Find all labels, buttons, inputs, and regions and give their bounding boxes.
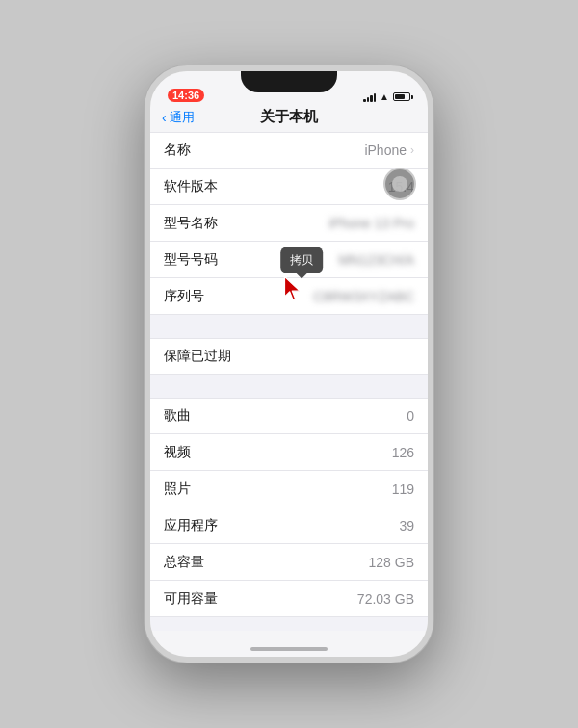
settings-content: 名称 iPhone › 软件版本 15.4 型号名称 iPhone 13 Pro [150, 132, 428, 631]
available-capacity-label: 可用容量 [164, 590, 218, 608]
section-gap-1 [150, 315, 428, 338]
available-capacity-row: 可用容量 72.03 GB [150, 581, 428, 617]
apps-label: 应用程序 [164, 517, 218, 534]
section-gap-3 [150, 617, 428, 631]
media-section: 歌曲 0 视频 126 照片 119 应用程序 39 总容量 128 GB [150, 398, 428, 617]
model-name-row: 型号名称 iPhone 13 Pro [150, 205, 428, 242]
page-title: 关于本机 [260, 108, 318, 126]
cursor-arrow-icon [279, 274, 306, 301]
device-info-section: 名称 iPhone › 软件版本 15.4 型号名称 iPhone 13 Pro [150, 132, 428, 315]
serial-number-label: 序列号 [164, 288, 204, 305]
available-capacity-value: 72.03 GB [357, 591, 414, 607]
warranty-row: 保障已过期 [150, 338, 428, 375]
model-name-label: 型号名称 [164, 215, 218, 232]
tooltip-container: 拷贝 [280, 247, 323, 273]
copy-tooltip: 拷贝 [280, 247, 323, 273]
photos-label: 照片 [164, 481, 191, 498]
battery-icon [393, 92, 410, 101]
model-number-label: 型号号码 [164, 251, 218, 269]
videos-label: 视频 [164, 444, 191, 461]
videos-row: 视频 126 [150, 434, 428, 471]
serial-number-value: C8RW3XYZABC [313, 289, 414, 304]
back-button[interactable]: ‹ 通用 [162, 109, 195, 126]
name-value: iPhone › [364, 143, 414, 158]
wifi-icon: ▲ [380, 91, 389, 102]
videos-value: 126 [392, 445, 414, 460]
status-icons: ▲ [363, 91, 410, 102]
svg-marker-0 [285, 276, 301, 300]
photos-value: 119 [392, 481, 414, 497]
back-label: 通用 [170, 109, 195, 126]
tooltip-text: 拷贝 [290, 252, 313, 266]
nav-bar: ‹ 通用 关于本机 [150, 106, 428, 132]
songs-value: 0 [407, 408, 414, 424]
warranty-section: 保障已过期 [150, 338, 428, 375]
warranty-label: 保障已过期 [164, 348, 231, 365]
name-label: 名称 [164, 142, 191, 159]
songs-row: 歌曲 0 [150, 398, 428, 434]
phone-screen: 14:36 ▲ ‹ 通用 关于本机 [150, 71, 428, 657]
assistive-touch-button[interactable] [383, 168, 416, 200]
model-number-value: MN123CH/A [338, 252, 414, 268]
model-number-row[interactable]: 型号号码 MN123CH/A 拷贝 [150, 242, 428, 278]
total-capacity-label: 总容量 [164, 554, 204, 571]
total-capacity-row: 总容量 128 GB [150, 544, 428, 581]
back-chevron-icon: ‹ [162, 110, 167, 125]
home-indicator [250, 647, 328, 651]
photos-row: 照片 119 [150, 471, 428, 507]
songs-label: 歌曲 [164, 407, 191, 425]
apps-row: 应用程序 39 [150, 507, 428, 544]
section-gap-2 [150, 375, 428, 398]
apps-value: 39 [399, 518, 414, 533]
status-time: 14:36 [168, 89, 204, 102]
name-row[interactable]: 名称 iPhone › [150, 132, 428, 169]
signal-icon [363, 92, 376, 102]
phone-frame: 14:36 ▲ ‹ 通用 关于本机 [144, 65, 434, 663]
name-chevron-icon: › [410, 143, 414, 157]
total-capacity-value: 128 GB [369, 555, 414, 570]
phone-notch [241, 71, 337, 92]
model-name-value: iPhone 13 Pro [328, 216, 414, 231]
software-version-label: 软件版本 [164, 178, 218, 195]
